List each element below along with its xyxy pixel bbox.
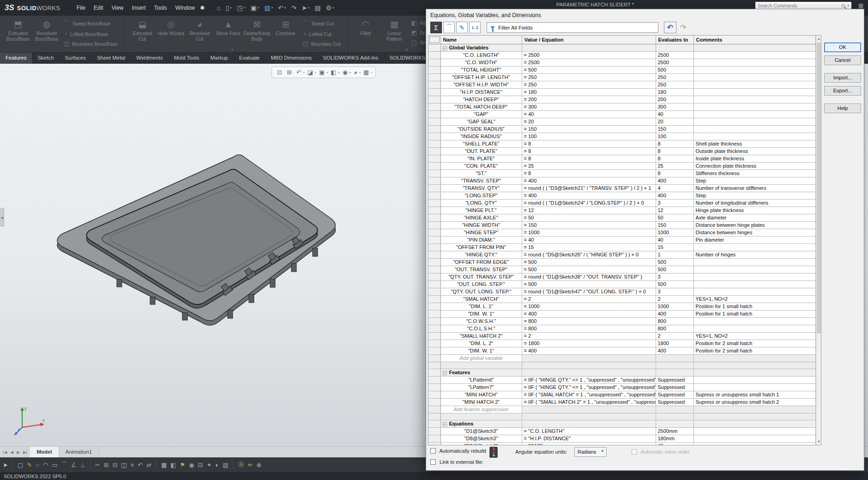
dropdown-caret-icon[interactable]: ▾ (258, 6, 259, 10)
table-row[interactable]: "OFFSET H.I.P. WIDTH"= 250250 (428, 81, 815, 88)
dropdown-caret-icon[interactable]: ▾ (303, 71, 305, 74)
table-row[interactable]: "OFFSET FROM EDGE"= 500500 (428, 258, 815, 266)
comment-cell[interactable] (693, 81, 815, 88)
row-header-cell[interactable] (428, 51, 440, 59)
name-cell[interactable]: "H.I.P. DISTANCE" (440, 88, 522, 96)
group-row[interactable]: −Global Variables (428, 44, 815, 51)
row-header-cell[interactable] (428, 133, 440, 140)
row-header-cell[interactable] (428, 273, 440, 280)
value-cell[interactable]: = 50 (522, 214, 656, 221)
comment-cell[interactable] (693, 435, 815, 442)
comment-cell[interactable]: Distance between hinge plates (693, 221, 815, 229)
sketch-tool-icon[interactable]: ◐ (215, 462, 219, 468)
table-row[interactable]: "IN. PLATE"= 88Inside plate thickness (428, 155, 815, 162)
row-header-cell[interactable] (428, 155, 440, 162)
sketch-tool-icon[interactable]: ◉ (189, 462, 194, 468)
evaluates-cell[interactable]: 500 (656, 66, 693, 73)
table-row[interactable]: "LONG.STEP"= 400400Step (428, 192, 815, 199)
comment-cell[interactable]: Inside plate thickness (693, 155, 815, 162)
sketch-tool-icon[interactable]: ⊕ (256, 462, 261, 468)
evaluates-cell[interactable]: 2500 (656, 59, 693, 66)
group-label-cell[interactable]: −Equations (440, 420, 522, 427)
automatic-solve-order-checkbox[interactable] (632, 449, 637, 455)
scene-icon[interactable]: ▦ (362, 69, 371, 76)
evaluates-cell[interactable]: 3 (656, 199, 693, 207)
ribbon-extruded-cut-button[interactable]: ⬓Extruded Cut (128, 18, 156, 42)
name-cell[interactable]: "QTY. OUT. TRANSV. STEP" (440, 273, 522, 280)
comment-cell[interactable]: Supress or unsuppress small hatch 2 (693, 398, 815, 406)
comment-cell[interactable]: Hinge plate thickness (693, 207, 815, 214)
evaluates-cell[interactable]: 180mm (656, 435, 693, 442)
row-header-cell[interactable] (428, 383, 440, 391)
comment-cell[interactable]: Shell plate thickness (693, 140, 815, 147)
table-row[interactable]: "C.O.L.S.H."= 800800 (428, 325, 815, 332)
hatch-3d-model[interactable] (44, 146, 344, 335)
tab-solidworks-add-ins[interactable]: SOLIDWORKS Add-Ins (317, 53, 384, 64)
evaluates-cell[interactable]: 2 (656, 295, 693, 303)
comment-cell[interactable] (693, 125, 815, 133)
comment-cell[interactable]: Connection plate thickness (693, 162, 815, 170)
table-row[interactable]: "GAP"= 4040 (428, 110, 815, 118)
comment-cell[interactable]: Position for 1 small hatch (693, 310, 815, 317)
comment-cell[interactable]: Number of transverse stiffeners (693, 184, 815, 192)
evaluates-cell[interactable]: 200 (656, 96, 693, 103)
evaluates-cell[interactable]: 250 (656, 81, 693, 88)
export-button[interactable]: Export... (824, 86, 861, 96)
value-cell[interactable]: = 500 (522, 280, 656, 288)
evaluates-cell[interactable]: 8 (656, 170, 693, 177)
print-button[interactable]: ▧▾ (262, 3, 275, 12)
name-cell[interactable]: "OFFSET H.I.P. WIDTH" (440, 81, 522, 88)
ribbon-lofted-cut-button[interactable]: ◔Lofted Cut (302, 30, 341, 37)
home-button[interactable]: ⌂ (215, 3, 222, 12)
value-cell[interactable]: = 150 (522, 221, 656, 229)
row-header-cell[interactable] (428, 88, 440, 96)
table-row[interactable]: "LONG. QTY"= round ( ( "D1@Sketch24" / "… (428, 199, 815, 207)
value-cell[interactable]: = IIF ( "SMALL HATCH 2" = 1 , "unsuppres… (522, 398, 656, 406)
comment-cell[interactable] (693, 96, 815, 103)
table-row[interactable]: "INSIDE RADIUS"= 100100 (428, 133, 815, 140)
row-header-cell[interactable] (428, 398, 440, 406)
table-row[interactable]: "D2@Sketch3"= "GAP"40mm (428, 442, 815, 445)
table-row[interactable]: "MINI HATCH 2"= IIF ( "SMALL HATCH 2" = … (428, 398, 815, 406)
search-caret-icon[interactable]: ▾ (847, 4, 849, 7)
dropdown-caret-icon[interactable]: ▾ (359, 71, 361, 74)
evaluates-cell[interactable]: 4 (656, 184, 693, 192)
row-header-cell[interactable] (428, 44, 440, 51)
sketch-tool-icon[interactable]: ▢ (18, 462, 23, 468)
row-header-cell[interactable] (428, 236, 440, 243)
comment-cell[interactable]: Position for 1 small hatch (693, 303, 815, 310)
comment-cell[interactable] (693, 273, 815, 280)
comment-cell[interactable] (693, 110, 815, 118)
name-cell[interactable]: "PIN DIAM." (440, 236, 522, 243)
evaluates-cell[interactable]: 2500mm (656, 427, 693, 435)
evaluates-cell[interactable]: 400 (656, 347, 693, 354)
dropdown-caret-icon[interactable]: ▾ (284, 6, 286, 10)
value-cell[interactable]: = IIF ( "HINGE QTY." <= 1 , "suppressed"… (522, 383, 656, 391)
row-header-cell[interactable] (428, 376, 440, 383)
table-row[interactable]: "QTY. OUT. LONG. STEP."= round ( "D1@Ske… (428, 288, 815, 295)
column-header-evaluates[interactable]: Evaluates to (656, 36, 693, 44)
group-label-cell[interactable]: −Features (440, 369, 522, 376)
value-cell[interactable]: = 2500 (522, 51, 656, 59)
table-row[interactable]: "DIM. W. 1"= 400400Position for 1 small … (428, 310, 815, 317)
comment-cell[interactable] (693, 59, 815, 66)
row-header-cell[interactable] (428, 303, 440, 310)
value-cell[interactable]: = 2 (522, 332, 656, 340)
tab-sheet-metal[interactable]: Sheet Metal (91, 53, 131, 64)
name-cell[interactable]: "DIM. L. 2" (440, 340, 522, 347)
value-cell[interactable]: = 150 (522, 125, 656, 133)
row-header-cell[interactable] (428, 221, 440, 229)
row-header-cell[interactable] (428, 199, 440, 207)
comment-cell[interactable] (693, 383, 815, 391)
comment-cell[interactable]: Outside plate thickness (693, 147, 815, 155)
value-cell[interactable]: = 100 (522, 133, 656, 140)
ribbon-revolved-boss-base-button[interactable]: ◍Revolved Boss/Base (33, 18, 60, 42)
dropdown-caret-icon[interactable]: ▾ (326, 71, 328, 74)
angular-units-select[interactable]: Radians ▼ (574, 447, 607, 457)
undo-button[interactable]: ↶ (664, 22, 676, 33)
evaluates-cell[interactable]: Suppressed (656, 376, 693, 383)
table-row[interactable]: "TOTAL HATCH DEEP"= 300300 (428, 103, 815, 110)
sketch-equation-view-button[interactable]: ⌒ (443, 22, 455, 33)
evaluates-cell[interactable]: 400 (656, 192, 693, 199)
name-cell[interactable]: "C.O. WIDTH" (440, 59, 522, 66)
